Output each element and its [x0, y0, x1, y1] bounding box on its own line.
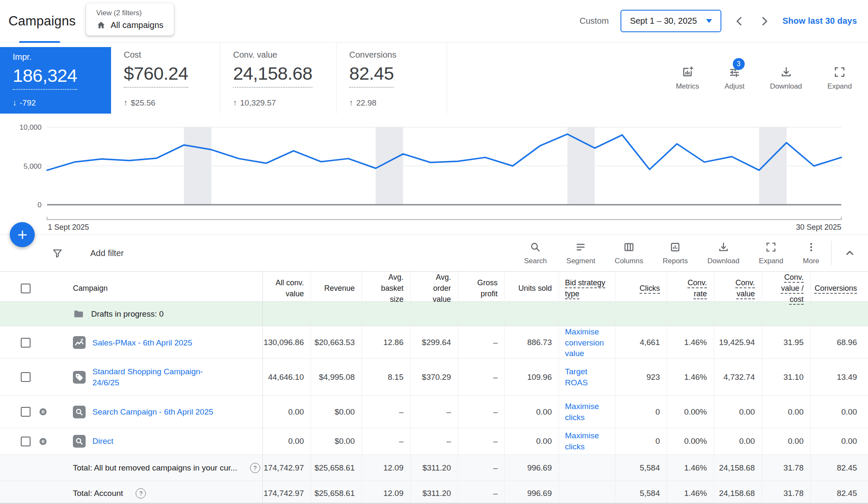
- bid-strategy-link[interactable]: Maximise clicks: [565, 401, 608, 423]
- help-icon[interactable]: ?: [136, 488, 146, 498]
- metrics-icon: [681, 66, 694, 78]
- bid-strategy-link[interactable]: Maximise clicks: [565, 430, 608, 452]
- scorecard-impr[interactable]: Impr.186,324↓-792: [0, 47, 111, 114]
- toolbar-button-label: Columns: [615, 257, 643, 265]
- column-header-conv-value-cost[interactable]: Conv. value / cost: [762, 272, 810, 305]
- row-checkbox[interactable]: [21, 338, 31, 348]
- timeline-scrubber[interactable]: [47, 217, 841, 220]
- cell-conv_value: 4,732.74: [714, 359, 762, 395]
- toolbar-button-more[interactable]: More: [803, 241, 819, 265]
- row-checkbox[interactable]: [21, 372, 31, 382]
- scorecard-conversions[interactable]: Conversions82.45↑22.98: [337, 42, 447, 114]
- column-header-avg-basket-size[interactable]: Avg. basket size: [362, 272, 410, 305]
- cell-all_conv_value: 0.00: [263, 396, 311, 428]
- cell-bid_strategy: [559, 455, 615, 481]
- total-row: Total: All but removed campaigns in your…: [0, 455, 868, 481]
- campaign-column-header[interactable]: Campaign: [58, 272, 263, 305]
- column-header-all-conv-value[interactable]: All conv. value: [263, 272, 311, 305]
- notification-badge: 3: [733, 58, 745, 70]
- cell-conv_value: 0.00: [714, 428, 762, 454]
- add-campaign-button[interactable]: [10, 222, 35, 247]
- column-header-conversions[interactable]: Conversions: [810, 272, 864, 305]
- scorecard-value: 24,158.68: [233, 63, 312, 88]
- bid-strategy-link[interactable]: Maximise conversion value: [565, 326, 608, 359]
- help-icon[interactable]: ?: [250, 463, 260, 473]
- column-header-conv-rate[interactable]: Conv. rate: [667, 272, 714, 305]
- status-paused-icon[interactable]: [39, 437, 47, 446]
- toolbar-button-download[interactable]: Download: [707, 241, 740, 265]
- active-tab-underline: [19, 41, 60, 43]
- toolbar-button-download[interactable]: Download: [770, 66, 802, 91]
- row-checkbox[interactable]: [21, 437, 31, 446]
- view-filter-card[interactable]: View (2 filters) All campaigns: [86, 3, 174, 36]
- cell-avg_order_value: –: [410, 428, 458, 454]
- add-filter-button[interactable]: Add filter: [90, 248, 124, 258]
- toolbar-button-metrics[interactable]: Metrics: [676, 66, 699, 91]
- y-axis-tick-label: 0: [38, 201, 42, 209]
- toolbar-button-label: Adjust: [724, 82, 744, 91]
- column-header-conv-value[interactable]: Conv. value: [714, 272, 762, 305]
- column-header-label: All conv. value: [270, 277, 304, 299]
- column-header-units-sold[interactable]: Units sold: [504, 272, 559, 305]
- cell-avg_order_value: $311.20: [410, 455, 458, 481]
- expand-icon: [765, 241, 777, 253]
- total-label-cell: Total: Account?: [58, 481, 263, 504]
- row-checkbox[interactable]: [21, 284, 31, 293]
- toolbar-button-label: Search: [524, 257, 547, 265]
- campaign-link[interactable]: Direct: [92, 436, 114, 446]
- cell-avg_basket_size: 12.09: [362, 455, 410, 481]
- scorecard-cost[interactable]: Cost$760.24↑$25.56: [111, 42, 220, 114]
- toolbar-button-label: Expand: [759, 257, 784, 265]
- column-header-label: Clicks: [640, 283, 660, 294]
- column-header-clicks[interactable]: Clicks: [615, 272, 667, 305]
- filter-funnel-icon[interactable]: [52, 248, 63, 259]
- toolbar-button-search[interactable]: Search: [524, 241, 547, 265]
- toolbar-button-expand[interactable]: Expand: [827, 66, 852, 91]
- date-range-picker[interactable]: Sept 1 – 30, 2025: [620, 10, 721, 32]
- column-header-bid-strategy-type[interactable]: Bid strategy type: [559, 272, 615, 305]
- cell-avg_basket_size: [362, 302, 410, 326]
- previous-period-button[interactable]: [733, 15, 746, 28]
- cell-all_conv_value: 130,096.86: [263, 326, 311, 359]
- download-icon: [718, 241, 729, 253]
- column-header-gross-profit[interactable]: Gross profit: [458, 272, 504, 305]
- scorecard-value: 186,324: [13, 65, 77, 90]
- cell-conversions: 82.45: [810, 481, 864, 504]
- cell-gross_profit: [458, 302, 504, 326]
- status-cell: [37, 428, 58, 454]
- column-header-avg-order-value[interactable]: Avg. order value: [410, 272, 458, 305]
- campaign-link[interactable]: Search Campaign - 6th April 2025: [92, 407, 213, 417]
- table-row: Direct0.00$0.00–––0.00Maximise clicks00.…: [0, 428, 868, 455]
- cell-bid_strategy: [559, 302, 615, 326]
- row-checkbox[interactable]: [21, 407, 31, 417]
- column-header-revenue[interactable]: Revenue: [311, 272, 362, 305]
- scorecard-label: Impr.: [13, 52, 111, 62]
- toolbar-button-segment[interactable]: Segment: [566, 241, 595, 265]
- scorecard-conv-value[interactable]: Conv. value24,158.68↑10,329.57: [220, 42, 337, 114]
- campaign-link[interactable]: Standard Shopping Campaign-24/6/25: [92, 366, 214, 387]
- scorecards-section: Impr.186,324↓-792Cost$760.24↑$25.56Conv.…: [0, 42, 868, 114]
- cell-conversions: 68.96: [810, 326, 864, 359]
- drafts-group-row[interactable]: Drafts in progress: 0: [0, 302, 868, 326]
- status-paused-icon[interactable]: [39, 407, 47, 416]
- cell-conv_value: 24,158.68: [714, 481, 762, 504]
- performance-max-campaign-icon: [73, 336, 86, 349]
- cell-conversions: 0.00: [810, 396, 864, 428]
- toolbar-button-adjust[interactable]: Adjust3: [724, 66, 744, 91]
- cell-clicks: [615, 302, 667, 326]
- bid-strategy-link[interactable]: Target ROAS: [565, 366, 608, 388]
- cell-conv_rate: [667, 302, 714, 326]
- checkbox-cell: [0, 326, 37, 359]
- collapse-table-button[interactable]: [843, 247, 856, 259]
- cell-clicks: 5,584: [615, 455, 667, 481]
- campaign-cell: Search Campaign - 6th April 2025: [58, 396, 263, 428]
- cell-conv_rate: 1.46%: [667, 326, 714, 359]
- toolbar-button-columns[interactable]: Columns: [615, 241, 643, 265]
- show-last-30-days-link[interactable]: Show last 30 days: [782, 16, 857, 26]
- next-period-button[interactable]: [758, 15, 771, 28]
- checkbox-cell: [0, 302, 37, 326]
- campaign-link[interactable]: Sales-PMax - 6th April 2025: [92, 337, 192, 348]
- scorecard-label: Conv. value: [233, 50, 336, 60]
- toolbar-button-expand[interactable]: Expand: [759, 241, 784, 265]
- toolbar-button-reports[interactable]: Reports: [662, 241, 688, 265]
